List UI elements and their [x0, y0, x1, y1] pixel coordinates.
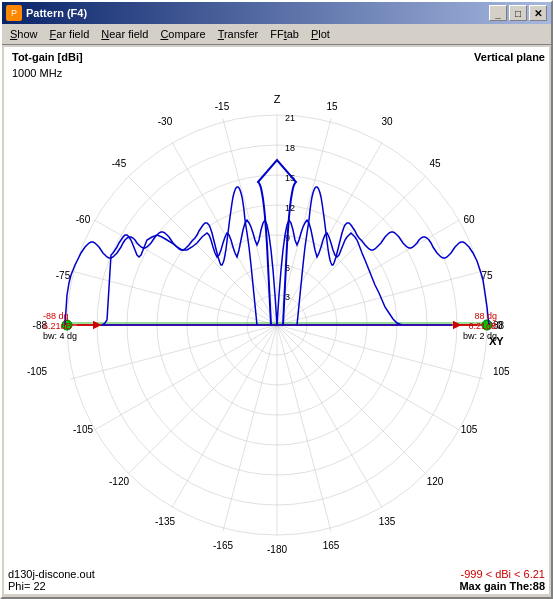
window-controls: _ □ ✕ — [489, 5, 547, 21]
svg-text:135: 135 — [378, 516, 395, 527]
svg-line-27 — [277, 325, 483, 379]
svg-line-28 — [70, 325, 276, 379]
menu-near-field[interactable]: Near field — [95, 26, 154, 42]
polar-chart-svg: Z -15 15 0 30 45 60 75 88 -30 -45 -60 -7… — [27, 75, 527, 555]
svg-text:88 dg: 88 dg — [474, 311, 497, 321]
svg-text:60: 60 — [463, 214, 475, 225]
bottom-right-info: -999 < dBi < 6.21 Max gain The:88 — [459, 568, 545, 592]
menu-bar: Show Far field Near field Compare Transf… — [2, 24, 551, 45]
minimize-button[interactable]: _ — [489, 5, 507, 21]
svg-text:15: 15 — [326, 101, 338, 112]
svg-text:bw: 4 dg: bw: 4 dg — [43, 331, 77, 341]
icon-text: P — [11, 8, 17, 18]
svg-line-23 — [277, 325, 460, 430]
svg-text:-60: -60 — [75, 214, 90, 225]
svg-text:-45: -45 — [111, 158, 126, 169]
polar-chart-container: Z -15 15 0 30 45 60 75 88 -30 -45 -60 -7… — [4, 65, 549, 564]
svg-text:-30: -30 — [157, 116, 172, 127]
bottom-info: d130j-discone.out Phi= 22 -999 < dBi < 6… — [8, 568, 545, 592]
svg-text:Z: Z — [273, 93, 280, 105]
chart-area: Tot-gain [dBi] Vertical plane 1000 MHz — [4, 47, 549, 594]
svg-text:-105: -105 — [27, 366, 47, 377]
svg-line-13 — [277, 142, 382, 325]
svg-text:-75: -75 — [55, 270, 70, 281]
y-axis-label: Tot-gain [dBi] — [12, 51, 83, 63]
svg-text:-120: -120 — [108, 476, 128, 487]
svg-line-16 — [172, 325, 277, 508]
filename-label: d130j-discone.out — [8, 568, 95, 580]
svg-text:-180: -180 — [266, 544, 286, 555]
svg-line-20 — [128, 325, 277, 474]
svg-line-24 — [94, 325, 277, 430]
svg-text:bw: 2 dg: bw: 2 dg — [462, 331, 496, 341]
max-gain-label: Max gain The:88 — [459, 580, 545, 592]
svg-line-26 — [70, 270, 276, 324]
main-window: P Pattern (F4) _ □ ✕ Show Far field Near… — [0, 0, 553, 599]
menu-plot[interactable]: Plot — [305, 26, 336, 42]
svg-text:-88 dg: -88 dg — [43, 311, 69, 321]
svg-text:21: 21 — [285, 113, 295, 123]
menu-fftab[interactable]: FFtab — [264, 26, 305, 42]
window-title: Pattern (F4) — [26, 7, 489, 19]
svg-text:120: 120 — [426, 476, 443, 487]
svg-line-11 — [277, 325, 331, 531]
title-bar: P Pattern (F4) _ □ ✕ — [2, 2, 551, 24]
menu-show[interactable]: Show — [4, 26, 44, 42]
phi-label: Phi= 22 — [8, 580, 95, 592]
svg-line-12 — [222, 325, 276, 531]
menu-far-field[interactable]: Far field — [44, 26, 96, 42]
menu-compare[interactable]: Compare — [154, 26, 211, 42]
svg-line-21 — [277, 220, 460, 325]
close-button[interactable]: ✕ — [529, 5, 547, 21]
svg-line-14 — [172, 142, 277, 325]
svg-text:165: 165 — [322, 540, 339, 551]
vertical-plane-label: Vertical plane — [474, 51, 545, 63]
svg-text:-105: -105 — [72, 424, 92, 435]
svg-text:105: 105 — [493, 366, 510, 377]
svg-line-22 — [94, 220, 277, 325]
svg-text:18: 18 — [285, 143, 295, 153]
svg-text:3: 3 — [285, 292, 290, 302]
bottom-left-info: d130j-discone.out Phi= 22 — [8, 568, 95, 592]
app-icon: P — [6, 5, 22, 21]
svg-text:6.21dB: 6.21dB — [468, 321, 497, 331]
gain-range-label: -999 < dBi < 6.21 — [459, 568, 545, 580]
maximize-button[interactable]: □ — [509, 5, 527, 21]
svg-text:-165: -165 — [212, 540, 232, 551]
svg-text:-135: -135 — [154, 516, 174, 527]
menu-transfer[interactable]: Transfer — [212, 26, 265, 42]
svg-text:45: 45 — [429, 158, 441, 169]
svg-text:6.21dB: 6.21dB — [43, 321, 72, 331]
svg-line-19 — [277, 325, 426, 474]
svg-text:105: 105 — [460, 424, 477, 435]
svg-line-25 — [277, 270, 483, 324]
svg-line-15 — [277, 325, 382, 508]
svg-text:30: 30 — [381, 116, 393, 127]
svg-text:-15: -15 — [214, 101, 229, 112]
